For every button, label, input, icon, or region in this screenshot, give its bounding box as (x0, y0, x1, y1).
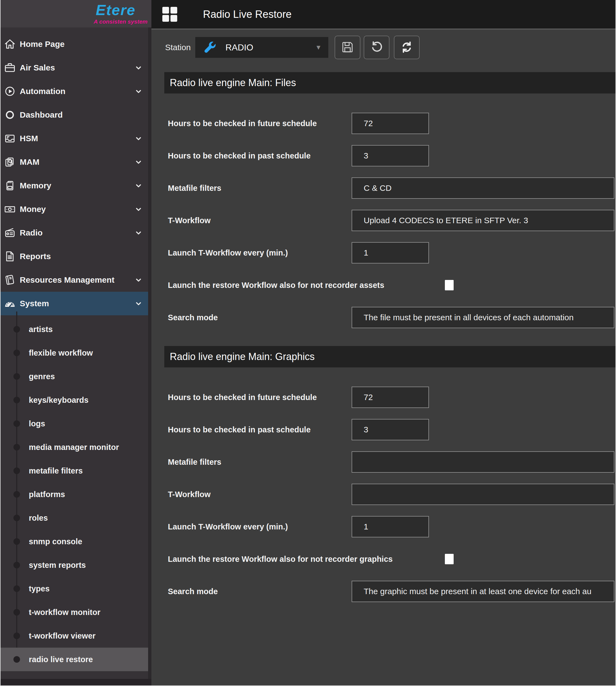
sidebar-subitem-label: metafile filters (29, 466, 83, 475)
search-mode-input[interactable]: The graphic must be present in at least … (352, 581, 614, 602)
field-row-hours-to-be-checked-in-past-schedule: Hours to be checked in past schedule3 (151, 140, 615, 172)
t-workflow-input[interactable]: Upload 4 CODECS to ETERE in SFTP Ver. 3 (352, 210, 614, 231)
sidebar-item-resources-management[interactable]: Resources Management (1, 268, 151, 292)
chevron-down-icon (135, 206, 142, 213)
memory-card-icon (4, 180, 16, 192)
sidebar-subitem-genres[interactable]: genres (1, 365, 151, 388)
toolbar: Station RADIO ▼ (151, 30, 615, 59)
hours-past-input[interactable]: 3 (352, 145, 429, 166)
sidebar-subitem-label: types (29, 584, 50, 593)
sidebar-subitem-logs[interactable]: logs (1, 412, 151, 435)
launch-interval-input[interactable]: 1 (352, 516, 429, 538)
sidebar-item-air-sales[interactable]: Air Sales (1, 56, 151, 79)
sidebar-item-label: Resources Management (20, 275, 114, 284)
sidebar-subitem-flexible-workflow[interactable]: flexible workflow (1, 341, 151, 365)
sidebar-subitem-metafile-filters[interactable]: metafile filters (1, 459, 151, 483)
sidebar-item-reports[interactable]: Reports (1, 245, 151, 268)
inbox-icon (4, 132, 16, 144)
sidebar-subitem-roles[interactable]: roles (1, 506, 151, 530)
metafile-filters-input[interactable] (352, 451, 614, 473)
field-row-metafile-filters: Metafile filtersC & CD (151, 172, 615, 204)
sidebar-item-hsm[interactable]: HSM (1, 127, 151, 150)
refresh-icon (400, 41, 413, 54)
sidebar-item-label: Dashboard (20, 110, 63, 119)
sidebar-scrollbar[interactable] (148, 27, 151, 685)
section-header-radio-live-engine-main-graphics: Radio live engine Main: Graphics (164, 346, 615, 367)
sidebar-system-submenu: artistsflexible workflowgenreskeys/keybo… (1, 315, 151, 671)
field-row-search-mode: Search modeThe graphic must be present i… (151, 575, 615, 608)
t-workflow-input[interactable] (352, 484, 614, 505)
sidebar-subitem-types[interactable]: types (1, 577, 151, 600)
section-fields: Hours to be checked in future schedule72… (151, 107, 615, 334)
sidebar-subitem-keys-keyboards[interactable]: keys/keyboards (1, 388, 151, 412)
chevron-down-icon (135, 135, 142, 142)
station-select[interactable]: RADIO ▼ (195, 37, 328, 58)
field-label: Launch the restore Workflow also for not… (168, 555, 393, 564)
sidebar-item-label: Automation (20, 87, 66, 96)
chevron-down-icon: ▼ (315, 44, 322, 51)
apps-grid-icon[interactable] (161, 6, 178, 23)
sidebar-item-automation[interactable]: Automation (1, 79, 151, 103)
not-recorder-assets-checkbox[interactable] (445, 280, 454, 290)
not-recorder-graphics-checkbox[interactable] (445, 554, 454, 564)
search-mode-input[interactable]: The file must be present in all devices … (352, 307, 614, 328)
chevron-down-icon (135, 276, 142, 283)
sidebar-subitem-system-reports[interactable]: system reports (1, 553, 151, 577)
banknote-icon (4, 203, 16, 215)
field-row-launch-t-workflow-every-min: Launch T-Workflow every (min.)1 (151, 237, 615, 269)
field-label: Launch T-Workflow every (min.) (168, 248, 288, 257)
launch-interval-input[interactable]: 1 (352, 242, 429, 264)
sidebar-item-radio[interactable]: Radio (1, 221, 151, 245)
sidebar-subitem-t-workflow-viewer[interactable]: t-workflow viewer (1, 624, 151, 648)
field-label: Metafile filters (168, 184, 221, 193)
metafile-filters-input[interactable]: C & CD (352, 177, 614, 199)
hours-future-input[interactable]: 72 (352, 387, 429, 408)
section-title: Radio live engine Main: Graphics (170, 351, 314, 363)
undo-button[interactable] (364, 36, 390, 59)
sidebar-subitem-snmp-console[interactable]: snmp console (1, 530, 151, 553)
field-row-launch-the-restore-workflow-also-for-not-recorder-assets: Launch the restore Workflow also for not… (151, 269, 615, 301)
sidebar-item-label: Money (20, 205, 46, 214)
app-window: Etere A consisten system Home PageAir Sa… (0, 0, 616, 686)
sidebar-item-money[interactable]: Money (1, 198, 151, 221)
field-label: T-Workflow (168, 490, 211, 499)
wrench-icon (203, 41, 217, 54)
chevron-down-icon (135, 158, 142, 166)
gauge-icon (4, 297, 16, 310)
hours-future-input[interactable]: 72 (352, 113, 429, 134)
sidebar-item-label: Radio (20, 228, 43, 237)
report-icon (4, 250, 16, 262)
hours-past-input[interactable]: 3 (352, 419, 429, 440)
sidebar-subitem-t-workflow-monitor[interactable]: t-workflow monitor (1, 600, 151, 624)
sidebar-subitem-platforms[interactable]: platforms (1, 483, 151, 506)
field-label: Hours to be checked in past schedule (168, 425, 311, 434)
sidebar-item-memory[interactable]: Memory (1, 174, 151, 198)
field-row-t-workflow: T-Workflow (151, 478, 615, 510)
save-button[interactable] (335, 36, 360, 59)
sidebar-item-mam[interactable]: MAM (1, 150, 151, 174)
section-fields: Hours to be checked in future schedule72… (151, 381, 615, 608)
undo-icon (370, 41, 383, 54)
field-label: Launch the restore Workflow also for not… (168, 281, 384, 290)
sidebar-item-label: Home Page (20, 40, 64, 49)
home-icon (4, 38, 16, 50)
sidebar-subitem-label: snmp console (29, 537, 82, 546)
page-header: Radio Live Restore (151, 0, 615, 30)
sidebar-item-dashboard[interactable]: Dashboard (1, 103, 151, 127)
sidebar-subitem-label: media manager monitor (29, 443, 119, 452)
play-circle-icon (4, 85, 16, 97)
sidebar-subitem-label: roles (29, 513, 48, 523)
sidebar-item-system[interactable]: System (1, 292, 151, 315)
sidebar-item-label: Memory (20, 181, 51, 190)
sidebar-item-home-page[interactable]: Home Page (1, 32, 151, 56)
brand-tagline: A consisten system (94, 18, 148, 25)
sidebar-subitem-media-manager-monitor[interactable]: media manager monitor (1, 435, 151, 459)
sidebar-subitem-radio-live-restore[interactable]: radio live restore (1, 648, 151, 671)
field-label: Search mode (168, 587, 218, 596)
section-header-radio-live-engine-main-files: Radio live engine Main: Files (164, 72, 615, 93)
sidebar-subitem-label: keys/keyboards (29, 396, 89, 405)
section-title: Radio live engine Main: Files (170, 77, 296, 89)
sidebar-subitem-label: artists (29, 325, 53, 334)
refresh-button[interactable] (394, 36, 420, 59)
sidebar-subitem-artists[interactable]: artists (1, 318, 151, 341)
